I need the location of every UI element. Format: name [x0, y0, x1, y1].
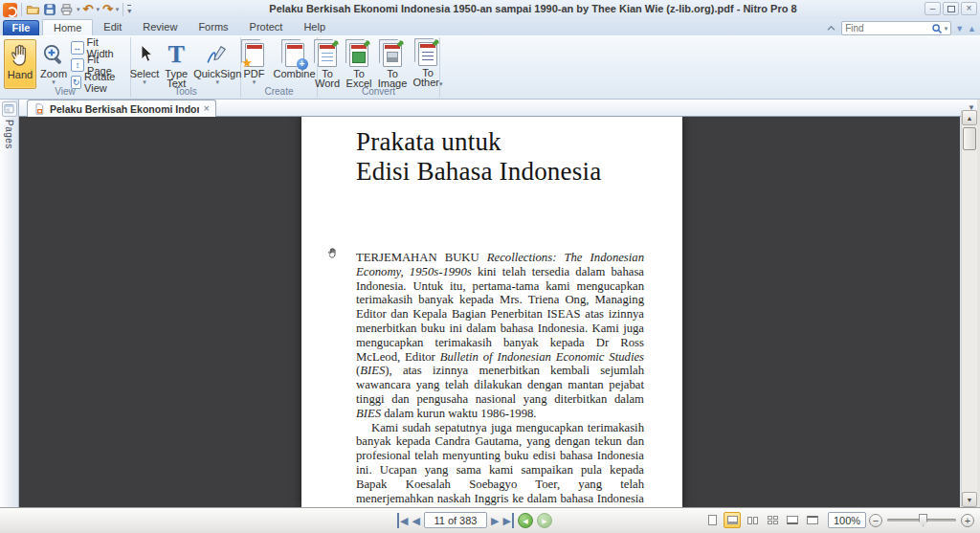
restore-icon: [947, 6, 955, 12]
nitro-pro-window: ▾ ↶ ▾ ↷ ▾ ▾ Pelaku Berkisah Ekonomi Indo…: [0, 0, 980, 533]
group-label-create: Create: [241, 86, 317, 97]
view-and-zoom-controls: 100% − +: [703, 512, 974, 528]
pages-panel-label[interactable]: Pages: [4, 120, 14, 149]
tab-home[interactable]: Home: [42, 19, 93, 35]
search-icon[interactable]: [931, 23, 943, 34]
close-tab-icon[interactable]: ×: [204, 103, 210, 114]
combine-documents-icon: +: [285, 43, 304, 67]
tab-file[interactable]: File: [3, 20, 39, 35]
close-button[interactable]: ×: [961, 2, 977, 15]
redo-dropdown-caret[interactable]: ▾: [116, 6, 120, 13]
nitro-logo-icon[interactable]: [3, 3, 17, 17]
next-page-icon[interactable]: ▶: [491, 513, 499, 528]
window-title: Pelaku Berkisah Ekonomi Indonesia 1950-a…: [129, 3, 937, 14]
ribbon-group-view: Hand Zoom ▾ ↔ Fit Width ↕ Fit Page: [0, 37, 131, 98]
fit-width-view-button[interactable]: [724, 512, 741, 528]
nitro-document-icon: [33, 102, 45, 116]
select-dropdown-caret[interactable]: ▾: [143, 78, 146, 86]
find-input[interactable]: [845, 23, 928, 33]
combine-button[interactable]: + Combine: [273, 39, 317, 89]
scrollbar-thumb[interactable]: [963, 127, 976, 150]
heading-line-1: Prakata untuk: [356, 127, 601, 157]
zoom-in-button[interactable]: +: [961, 514, 974, 527]
find-next-icon[interactable]: ▼: [955, 23, 964, 34]
document-canvas[interactable]: Prakata untuk Edisi Bahasa Indonesia TER…: [19, 117, 960, 507]
navigation-rail: Pages: [0, 100, 19, 507]
collapse-ribbon-button[interactable]: [824, 23, 837, 34]
quicksign-button[interactable]: QuickSign ▾: [191, 39, 243, 89]
pdf-document-icon: [245, 43, 264, 67]
redo-icon[interactable]: ↷: [102, 3, 113, 16]
group-label-convert: Convert: [318, 86, 439, 97]
to-excel-button[interactable]: To Excel: [345, 39, 373, 89]
zoom-tool-button[interactable]: Zoom ▾: [38, 39, 69, 89]
facing-continuous-view-button[interactable]: [764, 512, 781, 528]
tab-edit[interactable]: Edit: [93, 19, 132, 35]
save-icon[interactable]: [43, 3, 56, 16]
to-image-button[interactable]: To Image: [376, 39, 409, 89]
print-icon[interactable]: [59, 3, 74, 16]
zoom-out-button[interactable]: −: [869, 514, 882, 527]
quick-access-toolbar: ▾ ↶ ▾ ↷ ▾ ▾: [3, 1, 131, 18]
history-back-button[interactable]: ◀: [518, 513, 533, 528]
to-other-dropdown-caret[interactable]: ▾: [439, 80, 443, 87]
tab-forms[interactable]: Forms: [188, 19, 238, 35]
history-forward-button[interactable]: ▶: [537, 513, 552, 528]
group-label-view: View: [0, 86, 130, 97]
word-document-icon: [318, 43, 337, 67]
divider: [21, 3, 22, 16]
pdf-dropdown-caret[interactable]: ▾: [253, 78, 256, 86]
hand-icon: [7, 42, 33, 69]
page-number-field[interactable]: 11 of 383: [424, 512, 487, 528]
to-word-button[interactable]: To Word: [313, 39, 342, 89]
to-other-button[interactable]: To Other▾: [412, 39, 444, 89]
vertical-scrollbar[interactable]: ▲ ▼: [961, 110, 977, 507]
select-tool-button[interactable]: Select ▾: [128, 39, 162, 89]
create-pdf-button[interactable]: PDF ▾: [242, 39, 267, 89]
view-small-buttons: ↔ Fit Width ↕ Fit Page ↻ Rotate View: [71, 39, 126, 90]
undo-icon[interactable]: ↶: [83, 3, 94, 16]
type-text-button[interactable]: T Type Text: [163, 39, 189, 89]
excel-document-icon: [349, 43, 368, 67]
zoom-icon: [41, 42, 67, 68]
find-previous-icon[interactable]: ▲: [968, 23, 976, 34]
pdf-page[interactable]: Prakata untuk Edisi Bahasa Indonesia TER…: [301, 117, 682, 507]
group-label-tools: Tools: [131, 86, 240, 97]
presentation-view-button[interactable]: [804, 512, 821, 528]
undo-dropdown-caret[interactable]: ▾: [96, 6, 100, 13]
tab-protect[interactable]: Protect: [239, 19, 294, 35]
scroll-up-button[interactable]: ▲: [962, 110, 977, 125]
fullscreen-view-button[interactable]: [784, 512, 801, 528]
ribbon-tab-strip: File Home Edit Review Forms Protect Help…: [0, 19, 980, 35]
find-area: ▾ ▼ ▲: [824, 21, 976, 35]
minimize-button[interactable]: –: [924, 2, 941, 15]
print-dropdown-caret[interactable]: ▾: [77, 6, 80, 13]
zoom-level-field[interactable]: 100%: [828, 512, 866, 528]
image-document-icon: [383, 43, 402, 67]
tab-review[interactable]: Review: [132, 19, 188, 35]
open-file-icon[interactable]: [26, 3, 40, 16]
window-controls: – ×: [924, 2, 977, 15]
zoom-slider-thumb[interactable]: [919, 514, 927, 526]
first-page-icon[interactable]: ◀: [397, 513, 408, 528]
last-page-icon[interactable]: ▶: [502, 513, 513, 528]
ribbon-group-create: PDF ▾ + Combine Create: [241, 37, 318, 98]
facing-pages-view-button[interactable]: [744, 512, 761, 528]
zoom-dropdown-caret[interactable]: ▾: [52, 78, 56, 86]
status-bar: ◀ ◀ 11 of 383 ▶ ▶ ◀ ▶ 100% − +: [0, 507, 980, 533]
quicksign-dropdown-caret[interactable]: ▾: [215, 78, 219, 86]
heading-line-2: Edisi Bahasa Indonesia: [356, 157, 601, 187]
zoom-slider[interactable]: [887, 519, 956, 522]
previous-page-icon[interactable]: ◀: [412, 513, 419, 528]
document-tab[interactable]: Pelaku Berkisah Ekonomi Indonesia... ×: [27, 100, 216, 117]
hand-tool-button[interactable]: Hand: [4, 39, 36, 89]
pages-panel-button[interactable]: [2, 101, 17, 117]
scroll-down-button[interactable]: ▼: [962, 492, 977, 507]
hand-grab-cursor-icon: [326, 247, 339, 261]
ribbon-group-tools: Select ▾ T Type Text QuickSign ▾ Tools: [131, 37, 241, 98]
restore-button[interactable]: [943, 2, 959, 15]
search-options-caret[interactable]: ▾: [945, 25, 948, 33]
find-box[interactable]: ▾: [841, 21, 951, 35]
tab-help[interactable]: Help: [293, 19, 336, 35]
single-page-view-button[interactable]: [703, 512, 721, 528]
